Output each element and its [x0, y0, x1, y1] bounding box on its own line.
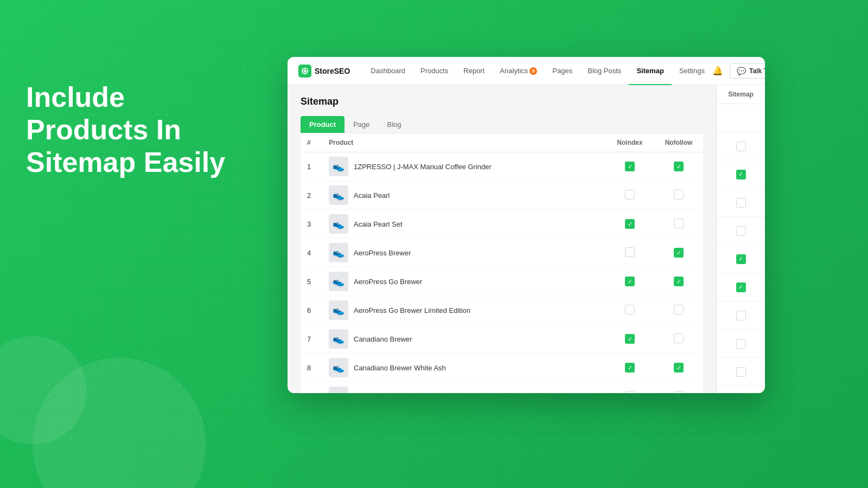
app-window: StoreSEO DashboardProductsReportAnalytic… [288, 57, 765, 393]
main-content: Sitemap ProductPageBlog # Product Noinde… [288, 85, 716, 393]
row-noindex[interactable] [605, 296, 654, 325]
sidebar-cell-sitemap[interactable] [717, 189, 765, 217]
checkbox-unchecked[interactable] [674, 391, 684, 394]
sidebar-cell-sitemap[interactable]: ✓ [717, 386, 765, 393]
row-nofollow[interactable]: ✓ [654, 267, 703, 296]
row-nofollow[interactable]: ✓ [654, 152, 703, 181]
sitemap-checkbox-unchecked[interactable] [736, 367, 746, 377]
sidebar-cell-sitemap[interactable]: ✓ [717, 273, 765, 301]
row-noindex[interactable]: ✓ [605, 325, 654, 354]
checkbox-unchecked[interactable] [625, 305, 635, 314]
row-noindex[interactable]: ✓ [605, 210, 654, 239]
table-row: 6👟AeroPress Go Brewer Limited Edition [301, 296, 703, 325]
row-nofollow[interactable] [654, 210, 703, 239]
row-num: 7 [301, 325, 322, 354]
checkbox-unchecked[interactable] [625, 190, 635, 200]
tab-page[interactable]: Page [344, 116, 378, 133]
checkbox-unchecked[interactable] [674, 305, 684, 314]
sidebar-cell-sitemap[interactable]: ✓ [717, 245, 765, 273]
row-noindex[interactable] [605, 382, 654, 394]
sidebar-cell-sitemap[interactable] [717, 358, 765, 386]
col-noindex: Noindex [605, 133, 654, 152]
bell-icon[interactable]: 🔔 [712, 66, 723, 76]
sidebar-header: Sitemap [717, 85, 765, 104]
content-area: Sitemap ProductPageBlog # Product Noinde… [288, 85, 765, 393]
sidebar-cell-header [717, 104, 765, 132]
row-nofollow[interactable] [654, 382, 703, 394]
checkbox-checked[interactable]: ✓ [625, 363, 635, 373]
table-row: 7👟Canadiano Brewer✓ [301, 325, 703, 354]
sitemap-checkbox-unchecked[interactable] [736, 142, 746, 151]
row-product: 👟AeroPress Go Brewer [322, 267, 605, 296]
row-noindex[interactable]: ✓ [605, 354, 654, 382]
products-table: # Product Noindex Nofollow 1👟1ZPRESSO | … [301, 133, 703, 393]
checkbox-checked[interactable]: ✓ [625, 162, 635, 171]
checkbox-checked[interactable]: ✓ [625, 219, 635, 229]
checkbox-unchecked[interactable] [674, 190, 684, 200]
tabs: ProductPageBlog [301, 116, 703, 133]
col-num: # [301, 133, 322, 152]
table-row: 9👟Ceramic Brewer [301, 382, 703, 394]
sitemap-checkbox-unchecked[interactable] [736, 226, 746, 236]
product-thumbnail: 👟 [329, 243, 348, 262]
tab-blog[interactable]: Blog [379, 116, 410, 133]
row-product: 👟Acaia Pearl [322, 181, 605, 210]
row-nofollow[interactable] [654, 296, 703, 325]
checkbox-checked[interactable]: ✓ [674, 248, 684, 258]
sidebar-cell-sitemap[interactable] [717, 330, 765, 358]
row-noindex[interactable]: ✓ [605, 152, 654, 181]
row-noindex[interactable] [605, 239, 654, 267]
row-noindex[interactable]: ✓ [605, 267, 654, 296]
nav-item-dashboard[interactable]: Dashboard [363, 57, 413, 85]
sitemap-checkbox-unchecked[interactable] [736, 311, 746, 320]
row-num: 6 [301, 296, 322, 325]
row-nofollow[interactable] [654, 181, 703, 210]
row-num: 1 [301, 152, 322, 181]
logo-area: StoreSEO [298, 65, 350, 78]
nav-item-blog-posts[interactable]: Blog Posts [580, 57, 629, 85]
sitemap-checkbox-checked[interactable]: ✓ [736, 254, 746, 264]
product-name: Acaia Pearl [354, 191, 390, 200]
checkbox-unchecked[interactable] [674, 219, 684, 228]
row-product: 👟AeroPress Brewer [322, 239, 605, 267]
checkbox-checked[interactable]: ✓ [674, 363, 684, 373]
table-row: 4👟AeroPress Brewer✓ [301, 239, 703, 267]
row-product: 👟1ZPRESSO | J-MAX Manual Coffee Grinder [322, 152, 605, 181]
sitemap-checkbox-checked[interactable]: ✓ [736, 282, 746, 292]
row-num: 5 [301, 267, 322, 296]
nav-item-sitemap[interactable]: Sitemap [629, 57, 672, 85]
nav-item-pages[interactable]: Pages [545, 57, 580, 85]
row-nofollow[interactable]: ✓ [654, 354, 703, 382]
talk-to-seo-expert-button[interactable]: 💬 Talk To SEO Expert [730, 63, 765, 79]
row-noindex[interactable] [605, 181, 654, 210]
top-bar: StoreSEO DashboardProductsReportAnalytic… [288, 57, 765, 85]
checkbox-unchecked[interactable] [625, 247, 635, 257]
nav-item-products[interactable]: Products [413, 57, 456, 85]
sitemap-checkbox-unchecked[interactable] [736, 198, 746, 208]
checkbox-unchecked[interactable] [625, 391, 635, 394]
checkbox-checked[interactable]: ✓ [674, 162, 684, 171]
nav-item-report[interactable]: Report [456, 57, 492, 85]
row-nofollow[interactable]: ✓ [654, 239, 703, 267]
sidebar-cell-sitemap[interactable]: ✓ [717, 160, 765, 189]
nav-right: 🔔 💬 Talk To SEO Expert [712, 63, 765, 79]
sidebar-cell-sitemap[interactable] [717, 132, 765, 160]
checkbox-checked[interactable]: ✓ [625, 334, 635, 344]
logo-text: StoreSEO [315, 67, 350, 75]
col-nofollow: Nofollow [654, 133, 703, 152]
checkbox-checked[interactable]: ✓ [625, 277, 635, 286]
checkbox-unchecked[interactable] [674, 333, 684, 343]
sitemap-checkbox-checked[interactable]: ✓ [736, 170, 746, 179]
product-name: AeroPress Go Brewer [354, 278, 422, 286]
tab-product[interactable]: Product [301, 116, 344, 133]
sidebar-cell-sitemap[interactable] [717, 301, 765, 330]
sidebar-cell-sitemap[interactable] [717, 217, 765, 245]
nav-item-analytics[interactable]: Analytics8 [492, 57, 545, 85]
sitemap-checkbox-unchecked[interactable] [736, 339, 746, 349]
checkbox-checked[interactable]: ✓ [674, 277, 684, 286]
row-num: 9 [301, 382, 322, 394]
logo-icon [298, 65, 311, 78]
nav-item-settings[interactable]: Settings [672, 57, 712, 85]
product-thumbnail: 👟 [329, 185, 348, 205]
row-nofollow[interactable] [654, 325, 703, 354]
